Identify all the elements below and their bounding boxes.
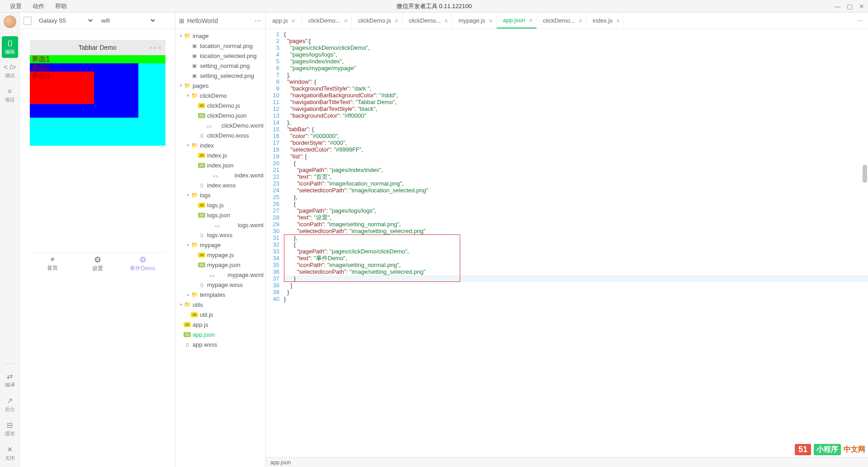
file-node[interactable]: JSutil.js <box>175 310 265 319</box>
rail-编译[interactable]: ⇄编译 <box>2 369 18 391</box>
window-title: 微信开发者工具 0.11.122100 <box>396 2 472 10</box>
layer-3: 界面3 <box>30 71 94 104</box>
layer-2: 界面2 界面3 <box>30 63 138 118</box>
tabbar-item[interactable]: ⚙事件Demo <box>120 253 165 274</box>
file-node[interactable]: JNclickDemo.json <box>175 110 265 120</box>
file-node[interactable]: ▾clickDemo <box>175 91 265 100</box>
file-node[interactable]: clickDemo.wxss <box>175 130 265 140</box>
editor-tabs: app.js×clickDemo...×clickDemo.js×clickDe… <box>266 13 868 29</box>
file-node[interactable]: ▾logs <box>175 190 265 200</box>
scrollbar-thumb[interactable] <box>863 165 867 183</box>
menu-action[interactable]: 动作 <box>27 2 50 10</box>
rail-项目[interactable]: ≡项目 <box>2 85 18 106</box>
tabbar-item[interactable]: ⌖首页 <box>30 253 75 274</box>
watermark: 51 小程序 中文网 <box>795 444 865 455</box>
file-node[interactable]: index.wxml <box>175 170 265 180</box>
avatar[interactable] <box>4 15 16 28</box>
file-node[interactable]: index.wxss <box>175 180 265 190</box>
line-gutter: 1234567891011121314151617181920212223242… <box>266 29 284 457</box>
network-select[interactable]: wifi <box>98 16 156 25</box>
file-node[interactable]: clickDemo.wxml <box>175 120 265 130</box>
close-tab-icon[interactable]: × <box>344 17 348 24</box>
close-tab-icon[interactable]: × <box>529 17 533 24</box>
simulator-toolbar: Galaxy S5 wifi <box>20 13 175 29</box>
file-explorer: ⊞ HelloWorld ⋯ ▾image▣location_normal.pn… <box>175 13 266 467</box>
code-content[interactable]: { "pages":[ "pages/clickDemo/clickDemo",… <box>284 29 868 457</box>
device-rotate-icon[interactable] <box>24 17 32 25</box>
close-tab-icon[interactable]: × <box>579 17 582 24</box>
explorer-toggle-icon[interactable]: ⊞ <box>179 17 184 24</box>
close-tab-icon[interactable]: × <box>292 17 295 24</box>
explorer-more-icon[interactable]: ⋯ <box>255 17 262 24</box>
file-node[interactable]: ▸templates <box>175 290 265 300</box>
rail-后台[interactable]: ↗后台 <box>2 394 18 415</box>
tabbar-item[interactable]: ⚙设置 <box>75 253 120 274</box>
rail-调试[interactable]: < />调试 <box>2 61 18 82</box>
editor-tab[interactable]: mypage.js× <box>452 13 496 29</box>
file-node[interactable]: mypage.wxml <box>175 270 265 280</box>
file-node[interactable]: ▾utils <box>175 300 265 310</box>
file-node[interactable]: logs.wxss <box>175 230 265 240</box>
file-node[interactable]: JNmypage.json <box>175 260 265 270</box>
device-nav-header: Tabbar Demo <box>30 40 165 55</box>
file-node[interactable]: ▾mypage <box>175 240 265 250</box>
project-name: HelloWorld <box>187 17 218 24</box>
left-rail: ⟨⟩编辑< />调试≡项目 ⇄编译↗后台⊟缓存✕关闭 <box>0 13 20 467</box>
file-node[interactable]: ▾index <box>175 140 265 150</box>
close-tab-icon[interactable]: × <box>444 17 448 24</box>
close-window-icon[interactable]: ✕ <box>859 3 864 10</box>
device-tabbar: ⌖首页⚙设置⚙事件Demo <box>30 253 165 274</box>
editor-tab[interactable]: index.js× <box>586 13 624 29</box>
simulator-panel: Galaxy S5 wifi Tabbar Demo 界面1 界面2 界面3 <box>20 13 175 467</box>
file-node[interactable]: JSindex.js <box>175 150 265 160</box>
file-node[interactable]: JSclickDemo.js <box>175 100 265 110</box>
file-node[interactable]: ▣location_normal.png <box>175 41 265 51</box>
file-node[interactable]: JNapp.json <box>175 329 265 339</box>
editor-tab[interactable]: app.json× <box>497 13 537 29</box>
file-node[interactable]: JNlogs.json <box>175 210 265 220</box>
tabs-more-icon[interactable]: ⋯ <box>852 13 868 29</box>
close-tab-icon[interactable]: × <box>395 17 398 24</box>
file-node[interactable]: mypage.wxss <box>175 280 265 290</box>
rail-缓存[interactable]: ⊟缓存 <box>2 418 18 440</box>
device-select[interactable]: Galaxy S5 <box>35 16 94 25</box>
menu-settings[interactable]: 设置 <box>5 2 27 10</box>
status-file: app.json <box>270 459 291 466</box>
editor-tab[interactable]: clickDemo...× <box>537 13 586 29</box>
file-node[interactable]: logs.wxml <box>175 220 265 230</box>
nav-title: Tabbar Demo <box>78 44 116 51</box>
editor-tab[interactable]: app.js× <box>266 13 302 29</box>
capsule-menu-icon[interactable] <box>150 47 161 49</box>
file-node[interactable]: ▣setting_selecred.png <box>175 71 265 81</box>
file-node[interactable]: JSapp.js <box>175 319 265 329</box>
file-node[interactable]: JNindex.json <box>175 160 265 170</box>
rail-关闭[interactable]: ✕关闭 <box>2 443 18 464</box>
minimize-icon[interactable]: — <box>834 3 840 10</box>
code-area[interactable]: 1234567891011121314151617181920212223242… <box>266 29 868 457</box>
rail-编辑[interactable]: ⟨⟩编辑 <box>2 36 18 58</box>
file-node[interactable]: ▾image <box>175 31 265 41</box>
statusbar: app.json <box>266 457 868 467</box>
file-node[interactable]: ▣location_selected.png <box>175 51 265 61</box>
file-node[interactable]: ▾pages <box>175 81 265 91</box>
menubar: 设置 动作 帮助 微信开发者工具 0.11.122100 — ▢ ✕ <box>0 0 868 13</box>
file-node[interactable]: JSmypage.js <box>175 250 265 260</box>
device-screen[interactable]: 界面1 界面2 界面3 <box>30 55 165 146</box>
maximize-icon[interactable]: ▢ <box>847 3 853 10</box>
close-tab-icon[interactable]: × <box>616 17 620 24</box>
layer-1: 界面1 <box>30 55 165 63</box>
editor-area: app.js×clickDemo...×clickDemo.js×clickDe… <box>266 13 868 467</box>
editor-tab[interactable]: clickDemo...× <box>402 13 452 29</box>
editor-tab[interactable]: clickDemo...× <box>302 13 352 29</box>
file-node[interactable]: JSlogs.js <box>175 200 265 210</box>
menu-help[interactable]: 帮助 <box>50 2 72 10</box>
editor-tab[interactable]: clickDemo.js× <box>352 13 402 29</box>
close-tab-icon[interactable]: × <box>489 17 492 24</box>
file-node[interactable]: app.wxss <box>175 339 265 349</box>
file-node[interactable]: ▣setting_normal.png <box>175 61 265 71</box>
device-frame: Tabbar Demo 界面1 界面2 界面3 ⌖首页⚙设置⚙事件Demo <box>30 40 165 274</box>
